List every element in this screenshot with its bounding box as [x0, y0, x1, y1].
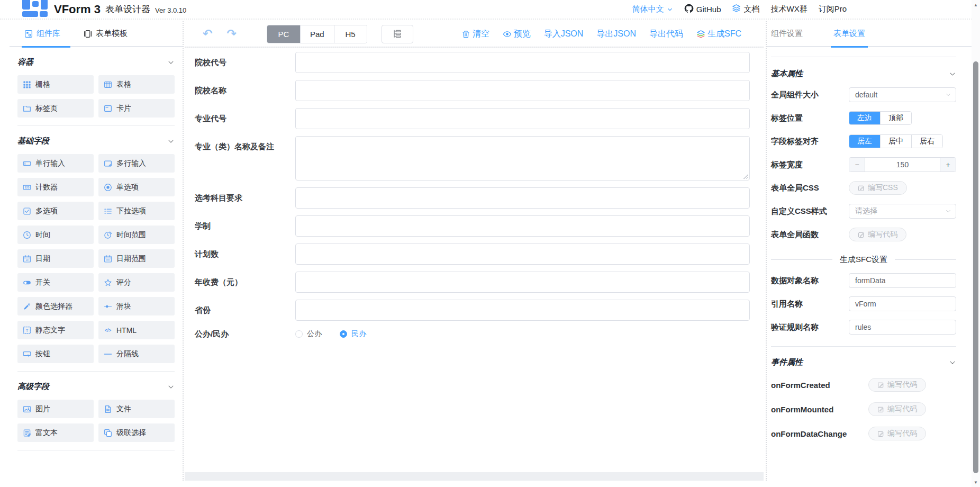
- chevron-down-icon[interactable]: [167, 138, 175, 145]
- window-scrollbar[interactable]: ▲ ▼: [972, 0, 980, 487]
- export-json-button[interactable]: 导出JSON: [596, 29, 636, 40]
- label-position-option[interactable]: 左边: [849, 112, 880, 124]
- form-field-subject-requirements[interactable]: 选考科目要求: [195, 187, 750, 209]
- widget-time-range[interactable]: 时间范围: [98, 226, 175, 244]
- widget-textarea[interactable]: 多行输入: [98, 154, 175, 173]
- github-link[interactable]: GitHub: [684, 4, 721, 15]
- device-tab-pc[interactable]: PC: [267, 25, 300, 43]
- form-field-study-length[interactable]: 学制: [195, 215, 750, 237]
- widget-card[interactable]: 卡片: [98, 99, 175, 118]
- widget-radio[interactable]: 单选项: [98, 178, 175, 196]
- text-input-field[interactable]: [295, 244, 750, 265]
- label-align-option[interactable]: 居左: [849, 135, 880, 148]
- widget-color[interactable]: 颜色选择器: [17, 297, 94, 315]
- label-align-option[interactable]: 居中: [880, 135, 911, 148]
- text-input-field[interactable]: [295, 300, 750, 321]
- form-field-province[interactable]: 省份: [195, 300, 750, 321]
- widget-picture[interactable]: 图片: [17, 400, 94, 418]
- export-code-button[interactable]: 导出代码: [649, 29, 683, 40]
- form-field-plan-count[interactable]: 计划数: [195, 244, 750, 265]
- widget-section-header[interactable]: 容器: [17, 57, 175, 67]
- node-tree-button[interactable]: [382, 25, 413, 43]
- label-align-option[interactable]: 居右: [911, 135, 942, 148]
- widget-rich-editor[interactable]: 富文本: [17, 423, 94, 442]
- chevron-down-icon[interactable]: [167, 383, 175, 391]
- widget-button[interactable]: 按钮: [17, 345, 94, 363]
- form-sheet[interactable]: 院校代号院校名称专业代号专业（类）名称及备注选考科目要求学制计划数年收费（元）省…: [185, 48, 764, 472]
- text-input-field[interactable]: [295, 187, 750, 209]
- stepper-value[interactable]: 150: [865, 158, 940, 172]
- tab-form-template[interactable]: 表单模板: [84, 21, 128, 47]
- label-position-option[interactable]: 顶部: [880, 112, 911, 124]
- text-input-field[interactable]: [295, 215, 750, 237]
- scroll-down-arrow[interactable]: ▼: [972, 480, 980, 485]
- form-field-major-name-notes[interactable]: 专业（类）名称及备注: [195, 136, 750, 181]
- text-input-field[interactable]: [295, 80, 750, 101]
- widget-number[interactable]: 123计数器: [17, 178, 94, 196]
- decrease-button[interactable]: −: [849, 158, 865, 172]
- widget-input[interactable]: 单行输入: [17, 154, 94, 173]
- language-selector[interactable]: 简体中文: [632, 4, 673, 14]
- textarea-field[interactable]: [295, 136, 750, 181]
- tab-widget-library[interactable]: 组件库: [24, 21, 60, 47]
- onFormDataChange-edit-button[interactable]: 编写代码: [868, 427, 926, 440]
- redo-icon[interactable]: ↷: [226, 28, 236, 40]
- increase-button[interactable]: +: [940, 158, 956, 172]
- preview-button[interactable]: 预览: [503, 29, 531, 40]
- widget-date-range[interactable]: 日期范围: [98, 249, 175, 268]
- text-input-field[interactable]: [295, 108, 750, 129]
- chevron-down-icon[interactable]: [167, 59, 175, 66]
- widget-cascader[interactable]: 级联选择: [98, 423, 175, 442]
- form-field-annual-fee[interactable]: 年收费（元）: [195, 272, 750, 293]
- global-functions-edit-button[interactable]: 编写代码: [849, 228, 906, 241]
- basic-props-header[interactable]: 基本属性: [771, 69, 956, 79]
- widget-tab[interactable]: 标签页: [17, 99, 94, 118]
- widget-section-header[interactable]: 基础字段: [17, 136, 175, 146]
- chevron-down-icon[interactable]: [949, 359, 956, 366]
- ref-name-input[interactable]: vForm: [849, 296, 956, 311]
- text-input-field[interactable]: [295, 52, 750, 73]
- radio-option[interactable]: 民办: [340, 329, 366, 339]
- widget-table[interactable]: 表格: [98, 75, 175, 94]
- data-object-name-input[interactable]: formData: [849, 273, 956, 288]
- scrollbar-thumb[interactable]: [973, 61, 978, 473]
- device-tab-h5[interactable]: H5: [334, 25, 367, 43]
- clear-button[interactable]: 清空: [461, 29, 489, 40]
- form-field-major-code[interactable]: 专业代号: [195, 108, 750, 129]
- tab-form-settings[interactable]: 表单设置: [833, 21, 865, 47]
- widget-rate[interactable]: 评分: [98, 273, 175, 292]
- import-json-button[interactable]: 导入JSON: [544, 29, 584, 40]
- device-tab-pad[interactable]: Pad: [300, 25, 334, 43]
- subscribe-pro-link[interactable]: 订阅Pro: [819, 4, 847, 14]
- tab-widget-settings[interactable]: 组件设置: [771, 21, 803, 47]
- widget-slider[interactable]: 滑块: [98, 297, 175, 315]
- widget-static-text[interactable]: T静态文字: [17, 321, 94, 339]
- radio-option[interactable]: 公办: [295, 329, 322, 339]
- widget-html[interactable]: </>HTML: [98, 321, 175, 339]
- widget-time[interactable]: 时间: [17, 226, 94, 244]
- form-field-school-name[interactable]: 院校名称: [195, 80, 750, 101]
- onFormMounted-edit-button[interactable]: 编写代码: [868, 402, 926, 416]
- form-field-school-code[interactable]: 院校代号: [195, 52, 750, 73]
- widget-grid[interactable]: 栅格: [17, 75, 94, 94]
- form-field-public-private[interactable]: 公办/民办公办民办: [195, 328, 750, 340]
- global-size-select[interactable]: default: [849, 87, 956, 102]
- event-props-header[interactable]: 事件属性: [771, 357, 956, 367]
- scroll-up-arrow[interactable]: ▲: [972, 3, 980, 7]
- widget-switch[interactable]: 开关: [17, 273, 94, 292]
- widget-divider[interactable]: 分隔线: [98, 345, 175, 363]
- resize-grip-icon[interactable]: [743, 174, 748, 179]
- onFormCreated-edit-button[interactable]: 编写代码: [868, 378, 926, 392]
- rules-name-input[interactable]: rules: [849, 320, 956, 335]
- generate-sfc-button[interactable]: 生成SFC: [696, 29, 741, 40]
- text-input-field[interactable]: [295, 272, 750, 293]
- custom-css-class-select[interactable]: 请选择: [849, 204, 956, 219]
- wx-group-link[interactable]: 技术WX群: [770, 4, 807, 14]
- widget-date[interactable]: 19日期: [17, 249, 94, 268]
- undo-icon[interactable]: ↶: [203, 28, 212, 40]
- widget-checkbox[interactable]: 多选项: [17, 202, 94, 220]
- widget-select[interactable]: 下拉选项: [98, 202, 175, 220]
- widget-file[interactable]: 文件: [98, 400, 175, 418]
- chevron-down-icon[interactable]: [949, 70, 956, 78]
- docs-link[interactable]: 文档: [732, 4, 759, 14]
